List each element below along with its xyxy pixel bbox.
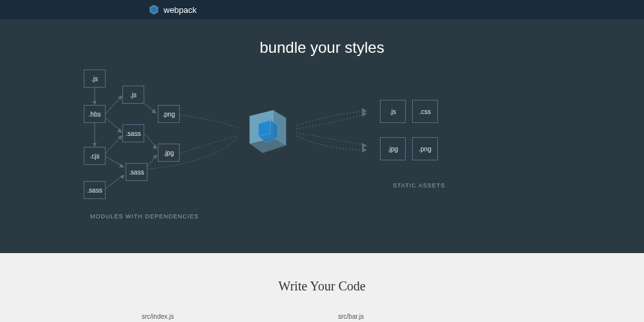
asset-node: .jpg — [380, 137, 406, 160]
module-node: .js — [122, 86, 144, 104]
module-node: .js — [84, 70, 106, 88]
svg-marker-22 — [362, 108, 367, 113]
code-column: src/bar.js — [338, 313, 502, 322]
module-node: .sass — [126, 163, 147, 181]
svg-marker-15 — [119, 164, 124, 167]
brand-text: webpack — [164, 5, 196, 15]
svg-line-16 — [145, 134, 156, 147]
code-column: src/index.js — [142, 313, 306, 322]
asset-node: .css — [412, 100, 438, 123]
svg-marker-13 — [118, 135, 122, 140]
code-filename: src/index.js — [142, 313, 306, 320]
svg-marker-24 — [362, 143, 367, 148]
webpack-icon — [148, 4, 160, 15]
module-node: .sass — [122, 124, 144, 142]
svg-marker-19 — [153, 155, 157, 159]
hero-title: bundle your styles — [0, 39, 644, 57]
module-node: .jpg — [158, 144, 180, 162]
svg-marker-21 — [120, 175, 124, 179]
svg-line-12 — [106, 137, 120, 153]
code-filename: src/bar.js — [338, 313, 502, 320]
modules-label: MODULES WITH DEPENDENCIES — [90, 213, 199, 220]
bundler-cube-icon — [238, 102, 296, 160]
hero-section: bundle your styles .js .js . — [0, 19, 644, 253]
brand-logo[interactable]: webpack — [148, 4, 196, 15]
svg-line-8 — [106, 118, 120, 131]
bundler-diagram: .js .js .hbs .png .sass .cjs .jpg .sass … — [71, 66, 573, 221]
code-section: Write Your Code src/index.js src/bar.js — [0, 253, 644, 322]
svg-marker-5 — [118, 95, 122, 100]
module-node: .png — [158, 105, 180, 123]
code-section-title: Write Your Code — [0, 279, 644, 294]
asset-node: .png — [412, 137, 438, 160]
svg-line-20 — [106, 176, 122, 189]
diagram-arrows — [71, 66, 573, 221]
static-assets-label: STATIC ASSETS — [393, 182, 445, 189]
svg-line-14 — [106, 156, 122, 166]
svg-marker-17 — [153, 144, 157, 149]
svg-line-4 — [106, 97, 120, 114]
svg-marker-11 — [151, 109, 156, 113]
svg-marker-9 — [117, 128, 122, 133]
svg-marker-23 — [362, 111, 367, 117]
asset-node: .js — [380, 100, 406, 123]
svg-marker-25 — [362, 147, 367, 153]
header: webpack — [0, 0, 644, 19]
module-node: .cjs — [84, 147, 106, 165]
module-node: .hbs — [84, 105, 106, 123]
module-node: .sass — [84, 181, 106, 199]
